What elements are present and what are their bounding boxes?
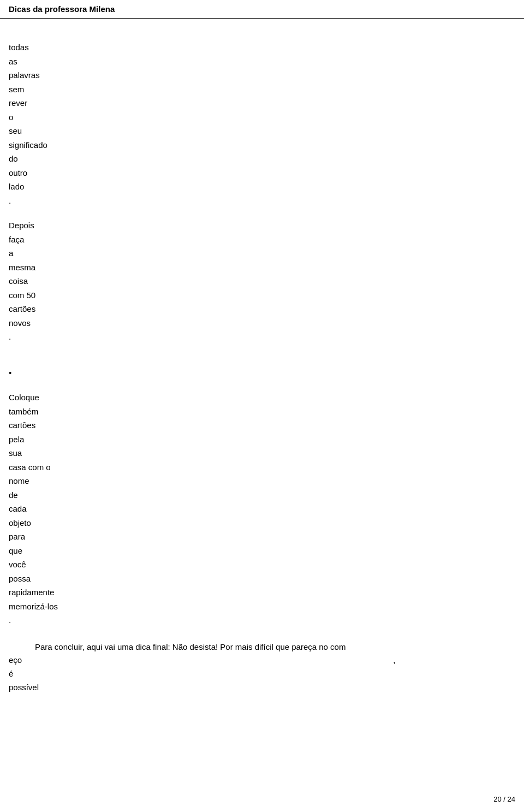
text-line: possível [9, 680, 515, 695]
text-line: novos [9, 316, 515, 330]
final-paragraph: Para concluir, aqui vai uma dica final: … [9, 641, 515, 695]
text-line: memorizá-los [9, 600, 515, 614]
text-line: sem [9, 82, 515, 97]
text-line: outro [9, 166, 515, 180]
text-line: possa [9, 572, 515, 586]
page-content: todas as palavras sem rever o seu signif… [0, 19, 524, 727]
text-line: Coloque [9, 390, 515, 405]
page-number: 20 / 24 [493, 795, 515, 803]
text-line: para [9, 530, 515, 544]
text-line: o [9, 110, 515, 125]
text-line: lado [9, 180, 515, 194]
text-line: as [9, 55, 515, 69]
text-line: Depois [9, 218, 515, 233]
text-line: sua [9, 446, 515, 460]
text-line: eço, [9, 654, 515, 667]
bullet-point: • [9, 366, 515, 380]
text-line: . [9, 194, 515, 208]
text-line: . [9, 330, 515, 344]
section-1: todas as palavras sem rever o seu signif… [9, 40, 515, 208]
text-line: do [9, 152, 515, 166]
text-line: cada [9, 502, 515, 516]
text-line: de [9, 488, 515, 502]
text-line: palavras [9, 68, 515, 82]
text-line: a [9, 246, 515, 260]
text-line: casa com o [9, 460, 515, 475]
text-line: rapidamente [9, 585, 515, 600]
text-line: pela [9, 432, 515, 447]
text-line: faça [9, 233, 515, 247]
text-line: rever [9, 96, 515, 110]
text-line: Para concluir, aqui vai uma dica final: … [9, 641, 515, 654]
text-line: mesma [9, 260, 515, 275]
text-line: seu [9, 124, 515, 138]
text-line: coisa [9, 274, 515, 288]
page-title: Dicas da professora Milena [9, 4, 115, 14]
text-line: todas [9, 40, 515, 55]
section-2: Depois faça a mesma coisa com 50 cartões… [9, 218, 515, 344]
text-line: também [9, 405, 515, 419]
section-3: Coloque também cartões pela sua casa com… [9, 390, 515, 627]
page-header: Dicas da professora Milena [0, 0, 524, 19]
page-footer: 20 / 24 [493, 795, 515, 803]
text-line: nome [9, 474, 515, 488]
text-line: • [9, 366, 515, 380]
text-line: você [9, 558, 515, 572]
text-line: significado [9, 138, 515, 152]
text-line: cartões [9, 418, 515, 432]
text-line: . [9, 613, 515, 627]
text-line: com 50 [9, 288, 515, 303]
text-line: objeto [9, 516, 515, 530]
text-line: cartões [9, 302, 515, 316]
text-line: é [9, 667, 515, 681]
text-line: que [9, 544, 515, 558]
